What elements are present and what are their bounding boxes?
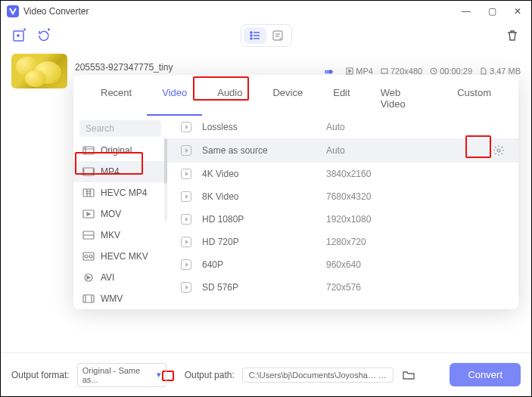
preset-resolution: 1280x720 (326, 237, 505, 247)
search-input[interactable]: Search (79, 120, 161, 137)
sidebar-item-label: Original (101, 145, 132, 156)
sidebar-item-original[interactable]: Original (73, 140, 167, 161)
preset-name: HD 1080P (202, 214, 316, 225)
tab-web-video[interactable]: Web Video (366, 81, 443, 116)
tab-recent[interactable]: Recent (86, 81, 147, 116)
note-view-icon[interactable] (266, 27, 289, 44)
sidebar-item-label: MKV (101, 230, 120, 240)
convert-button[interactable]: Convert (450, 363, 521, 386)
preset-row[interactable]: SD 576P720x576 (167, 276, 518, 299)
preset-name: HD 720P (202, 237, 316, 247)
preset-resolution: 720x576 (326, 282, 505, 293)
play-icon (181, 259, 191, 270)
app-logo (7, 5, 19, 17)
sidebar-item-avi[interactable]: AVI (73, 267, 167, 288)
play-icon (181, 282, 191, 293)
preset-resolution: Auto (326, 145, 482, 156)
svg-point-14 (85, 255, 88, 258)
preset-row[interactable]: 4K Video3840x2160 (167, 163, 518, 185)
output-format-value: Original - Same as... (82, 366, 151, 384)
play-icon (181, 169, 191, 179)
tab-video[interactable]: Video (147, 81, 202, 116)
preset-row[interactable]: HD 1080P1920x1080 (167, 208, 518, 231)
list-view-icon[interactable] (244, 27, 266, 44)
close-icon[interactable]: ✕ (510, 6, 525, 17)
svg-rect-9 (83, 168, 94, 175)
preset-resolution: 3840x2160 (326, 169, 505, 179)
format-icon (82, 229, 95, 241)
add-file-icon[interactable] (11, 27, 28, 44)
sidebar-item-wmv[interactable]: WMV (73, 288, 167, 309)
sidebar-item-label: HEVC MP4 (101, 188, 147, 198)
format-tabs: RecentVideoAudioDeviceEditWeb VideoCusto… (73, 75, 518, 116)
format-icon (82, 208, 95, 220)
play-icon (181, 214, 191, 225)
svg-point-3 (250, 38, 252, 39)
sidebar-item-label: HEVC MKV (101, 251, 148, 262)
trash-icon[interactable] (504, 27, 521, 44)
preset-row[interactable]: LosslessAuto (167, 116, 518, 138)
svg-point-1 (250, 32, 252, 33)
format-icon (82, 144, 95, 157)
format-icon (82, 271, 95, 284)
preset-name: 8K Video (202, 191, 316, 202)
preset-name: 640P (202, 259, 316, 270)
play-icon (181, 145, 191, 156)
preset-row[interactable]: HD 720P1280x720 (167, 231, 518, 253)
preset-row[interactable]: Same as sourceAuto (167, 138, 518, 163)
format-sidebar: Search OriginalMP4HEVC MP4MOVMKVHEVC MKV… (73, 116, 167, 309)
app-title: Video Converter (23, 6, 89, 17)
toolbar (1, 22, 531, 49)
preset-row[interactable]: 640P960x640 (167, 253, 518, 276)
ellipsis-icon: … (378, 371, 387, 380)
preset-resolution: Auto (326, 122, 505, 132)
play-icon (181, 122, 191, 132)
minimize-icon[interactable]: — (459, 6, 474, 17)
format-icon (82, 293, 95, 305)
video-thumbnail[interactable] (11, 54, 67, 88)
output-format-select[interactable]: Original - Same as... ▾ (77, 363, 166, 387)
format-dropdown-panel: RecentVideoAudioDeviceEditWeb VideoCusto… (73, 75, 518, 309)
svg-point-19 (497, 149, 500, 152)
preset-resolution: 7680x4320 (326, 191, 505, 202)
tab-audio[interactable]: Audio (202, 81, 257, 116)
preset-resolution: 1920x1080 (326, 214, 505, 225)
output-path-value: C:\Users\bj\Documents\Joyoshare Vidik (249, 371, 378, 380)
preset-row[interactable]: 8K Video7680x4320 (167, 185, 518, 208)
svg-point-2 (250, 35, 252, 36)
svg-point-15 (89, 255, 92, 258)
view-toggle[interactable] (241, 24, 292, 47)
preset-name: 4K Video (202, 169, 316, 179)
gear-icon[interactable] (493, 144, 505, 157)
sidebar-item-mov[interactable]: MOV (73, 203, 167, 225)
chevron-down-icon: ▾ (157, 370, 161, 380)
preset-name: SD 576P (202, 282, 316, 293)
svg-rect-6 (381, 69, 387, 73)
sidebar-item-label: MP4 (101, 166, 120, 177)
output-path-field[interactable]: C:\Users\bj\Documents\Joyoshare Vidik … (242, 368, 394, 383)
sidebar-item-label: WMV (101, 293, 123, 304)
sidebar-item-hevc-mkv[interactable]: HEVC MKV (73, 246, 167, 267)
footer: Output format: Original - Same as... ▾ O… (1, 352, 531, 396)
sidebar-item-mp4[interactable]: MP4 (73, 161, 167, 182)
preset-list: LosslessAutoSame as sourceAuto4K Video38… (167, 116, 518, 309)
svg-rect-10 (83, 189, 94, 197)
svg-rect-8 (83, 147, 94, 154)
tab-edit[interactable]: Edit (318, 81, 365, 116)
file-name: 205553-927347775_tiny (75, 62, 312, 73)
sidebar-scrollbar[interactable] (164, 138, 167, 222)
preset-name: Same as source (202, 145, 316, 156)
maximize-icon[interactable]: ▢ (484, 6, 499, 17)
output-format-label: Output format: (11, 370, 70, 380)
refresh-icon[interactable] (36, 27, 52, 44)
tab-device[interactable]: Device (257, 81, 318, 116)
sidebar-item-mkv[interactable]: MKV (73, 225, 167, 246)
sidebar-item-hevc-mp4[interactable]: HEVC MP4 (73, 182, 167, 203)
format-icon (82, 187, 95, 199)
open-folder-icon[interactable] (401, 369, 416, 381)
svg-rect-17 (83, 295, 94, 302)
format-icon (82, 250, 95, 262)
output-path-label: Output path: (185, 370, 235, 380)
sidebar-item-label: AVI (101, 272, 114, 283)
tab-custom[interactable]: Custom (442, 81, 506, 116)
